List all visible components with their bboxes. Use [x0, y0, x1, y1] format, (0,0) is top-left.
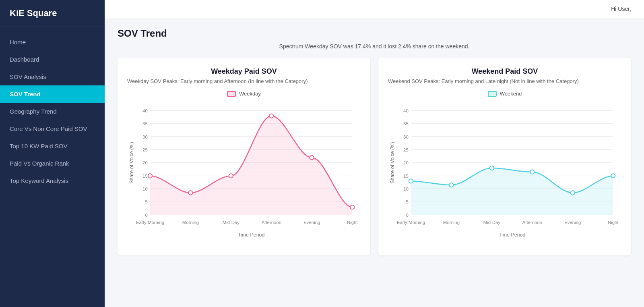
weekday-legend: Weekday — [127, 91, 361, 97]
svg-text:20: 20 — [142, 160, 148, 165]
sidebar-item-home[interactable]: Home — [0, 33, 105, 51]
weekday-chart-card: Weekday Paid SOV Weekday SOV Peaks: Earl… — [118, 58, 370, 255]
svg-point-30 — [310, 156, 314, 160]
sidebar-item-sov-trend[interactable]: SOV Trend — [0, 85, 105, 103]
app-logo: KiE Square — [0, 0, 105, 27]
svg-text:40: 40 — [142, 108, 148, 113]
svg-text:20: 20 — [403, 160, 409, 165]
svg-text:25: 25 — [142, 147, 148, 152]
svg-text:Evening: Evening — [564, 220, 581, 225]
svg-text:40: 40 — [403, 108, 409, 113]
weekday-legend-box — [227, 91, 236, 97]
svg-text:15: 15 — [142, 174, 148, 178]
weekend-chart-area: 0510152025303540Early MorningMorningMid-… — [388, 101, 621, 246]
sidebar-item-dashboard[interactable]: Dashboard — [0, 51, 105, 68]
main-content: Hi User, SOV Trend Spectrum Weekday SOV … — [105, 0, 644, 307]
weekend-chart-desc: Weekend SOV Peaks: Early morning and Lat… — [388, 78, 621, 84]
svg-text:5: 5 — [406, 199, 408, 204]
svg-point-58 — [409, 179, 413, 183]
sidebar-item-top-keyword[interactable]: Top Keyword Analysis — [0, 172, 105, 189]
svg-text:0: 0 — [145, 213, 147, 218]
weekend-chart-title: Weekend Paid SOV — [388, 67, 621, 76]
svg-point-31 — [350, 205, 354, 209]
sidebar-item-sov-analysis[interactable]: SOV Analysis — [0, 68, 105, 85]
page-subtitle: Spectrum Weekday SOV was 17.4% and it lo… — [118, 43, 631, 50]
sidebar-item-top-10-kw[interactable]: Top 10 KW Paid SOV — [0, 137, 105, 155]
weekday-chart-title: Weekday Paid SOV — [127, 67, 361, 76]
svg-text:Share of Voice (%): Share of Voice (%) — [129, 142, 134, 183]
weekend-legend-label: Weekend — [500, 91, 522, 97]
svg-text:Share of Voice (%): Share of Voice (%) — [390, 142, 395, 183]
svg-text:35: 35 — [142, 121, 148, 126]
sidebar-item-paid-vs-organic[interactable]: Paid Vs Organic Rank — [0, 155, 105, 172]
svg-point-61 — [530, 170, 534, 174]
svg-text:Night: Night — [608, 220, 619, 225]
weekend-legend-box — [488, 91, 497, 97]
charts-row: Weekday Paid SOV Weekday SOV Peaks: Earl… — [118, 58, 631, 255]
svg-point-60 — [490, 166, 494, 170]
svg-text:Morning: Morning — [443, 220, 460, 225]
svg-text:30: 30 — [142, 135, 148, 139]
sidebar-item-geography-trend[interactable]: Geography Trend — [0, 103, 105, 120]
svg-text:0: 0 — [406, 213, 408, 218]
topbar: Hi User, — [105, 0, 644, 18]
sidebar-nav: HomeDashboardSOV AnalysisSOV TrendGeogra… — [0, 27, 105, 196]
svg-text:Night: Night — [347, 220, 358, 225]
svg-text:Time Period: Time Period — [238, 232, 265, 238]
svg-text:Afternoon: Afternoon — [262, 220, 281, 225]
svg-text:Mid-Day: Mid-Day — [483, 220, 501, 225]
svg-text:15: 15 — [403, 174, 409, 178]
svg-point-62 — [571, 191, 575, 195]
content-area: SOV Trend Spectrum Weekday SOV was 17.4%… — [105, 18, 644, 307]
svg-text:35: 35 — [403, 121, 409, 126]
weekday-chart-area: 0510152025303540Early MorningMorningMid-… — [127, 101, 361, 246]
weekday-legend-label: Weekday — [239, 91, 261, 97]
weekend-legend: Weekend — [388, 91, 621, 97]
svg-text:10: 10 — [142, 187, 148, 191]
svg-point-28 — [229, 174, 233, 178]
weekend-chart-card: Weekend Paid SOV Weekend SOV Peaks: Earl… — [378, 58, 631, 255]
sidebar: KiE Square HomeDashboardSOV AnalysisSOV … — [0, 0, 105, 307]
svg-text:Afternoon: Afternoon — [522, 220, 542, 225]
svg-text:30: 30 — [403, 135, 409, 139]
page-title: SOV Trend — [118, 28, 631, 39]
svg-text:Early Morning: Early Morning — [397, 220, 425, 225]
svg-text:Evening: Evening — [303, 220, 320, 225]
weekday-chart-desc: Weekday SOV Peaks: Early morning and Aft… — [127, 78, 361, 84]
svg-text:Early Morning: Early Morning — [136, 220, 164, 225]
svg-point-26 — [148, 174, 152, 178]
svg-text:Morning: Morning — [182, 220, 199, 225]
svg-point-27 — [188, 191, 192, 195]
sidebar-item-core-vs-non-core[interactable]: Core Vs Non Core Paid SOV — [0, 120, 105, 137]
svg-point-59 — [449, 183, 453, 187]
svg-text:Mid-Day: Mid-Day — [223, 220, 240, 225]
svg-point-63 — [611, 174, 615, 178]
svg-point-29 — [269, 114, 273, 118]
greeting-text: Hi User, — [611, 6, 631, 12]
svg-text:10: 10 — [403, 187, 409, 191]
svg-text:25: 25 — [403, 147, 409, 152]
svg-text:5: 5 — [145, 199, 147, 204]
svg-text:Time Period: Time Period — [499, 232, 526, 238]
